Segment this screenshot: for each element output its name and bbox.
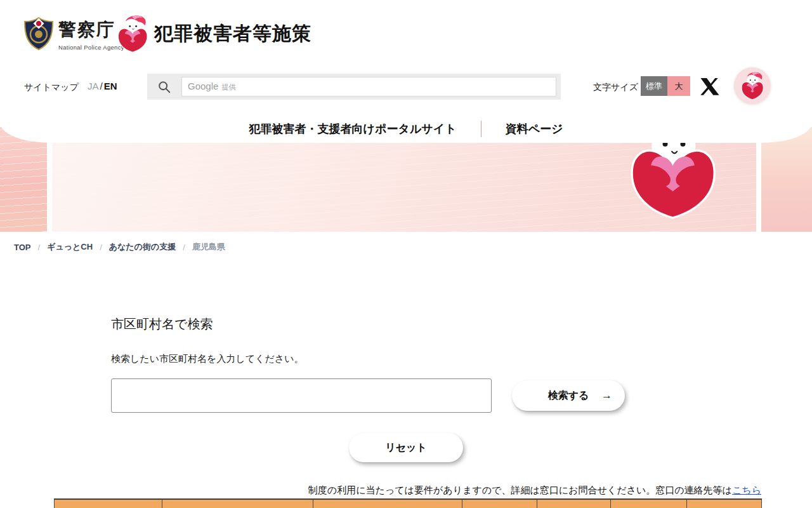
table-header-cell <box>462 500 537 508</box>
nav-docs-link[interactable]: 資料ページ <box>506 121 563 137</box>
search-button-label: 検索する <box>548 389 589 403</box>
nav-portal-link[interactable]: 犯罪被害者・支援者向けポータルサイト <box>249 121 457 137</box>
arrow-right-icon: → <box>601 389 612 402</box>
contact-note: 制度の利用に当たっては要件がありますので、詳細は窓口にお問合せください。窓口の連… <box>0 485 761 497</box>
search-icon[interactable] <box>147 80 181 94</box>
municipality-search-input[interactable] <box>111 378 492 413</box>
contact-note-text: 制度の利用に当たっては要件がありますので、詳細は窓口にお問合せください。窓口の連… <box>308 485 732 495</box>
breadcrumb-separator: / <box>100 243 102 252</box>
table-header-cell <box>537 500 611 508</box>
main-nav: 犯罪被害者・支援者向けポータルサイト 資料ページ <box>0 114 812 143</box>
npa-emblem-icon <box>24 17 53 50</box>
page: 鹿児島県 警察庁 National Police Agency 犯罪被害者等施策… <box>0 0 812 508</box>
site-title[interactable]: 犯罪被害者等施策 <box>154 21 311 47</box>
search-field: Google提供 <box>181 77 556 97</box>
table-header-cell <box>162 500 313 508</box>
sitemap-link[interactable]: サイトマップ <box>24 82 79 93</box>
search-section-heading: 市区町村名で検索 <box>111 316 213 333</box>
reset-button-label: リセット <box>385 441 427 455</box>
mascot-logo-icon <box>114 14 151 53</box>
site-search-bar: Google提供 <box>147 74 561 100</box>
mascot-avatar-icon <box>738 71 766 100</box>
contact-note-link[interactable]: こちら <box>732 485 761 495</box>
breadcrumb-top[interactable]: TOP <box>14 243 31 252</box>
site-header: 警察庁 National Police Agency 犯罪被害者等施策 サイトマ… <box>0 0 812 143</box>
breadcrumb-gyutto-ch[interactable]: ギュっとCH <box>47 241 93 253</box>
breadcrumb-city-support[interactable]: あなたの街の支援 <box>109 241 176 253</box>
reset-button[interactable]: リセット <box>349 433 463 462</box>
mascot-avatar-button[interactable] <box>734 67 771 104</box>
font-size-label: 文字サイズ <box>593 82 638 93</box>
breadcrumb-separator: / <box>38 243 41 252</box>
lang-ja-link[interactable]: JA <box>88 81 99 91</box>
lang-en-link[interactable]: EN <box>104 81 117 91</box>
x-twitter-icon[interactable] <box>700 77 719 96</box>
font-size-large-button[interactable]: 大 <box>667 76 690 96</box>
table-header-cell <box>55 500 162 508</box>
table-header-cell <box>611 500 687 508</box>
site-search-input[interactable] <box>182 77 556 96</box>
search-button[interactable]: 検索する → <box>512 380 625 411</box>
breadcrumb-current-page: 鹿児島県 <box>192 241 225 253</box>
table-header-cell <box>687 500 762 508</box>
logo-row: 警察庁 National Police Agency 犯罪被害者等施策 <box>0 0 812 66</box>
utility-row: サイトマップ JA/EN Google提供 文字サイズ 標準 大 <box>0 70 812 102</box>
table-header-row <box>54 498 762 508</box>
breadcrumb: TOP / ギュっとCH / あなたの街の支援 / 鹿児島県 <box>14 241 225 253</box>
language-switch: JA/EN <box>88 81 117 91</box>
nav-divider <box>481 121 481 137</box>
lang-separator: / <box>99 81 104 91</box>
table-header-cell <box>313 500 462 508</box>
search-section-description: 検索したい市区町村名を入力してください。 <box>111 353 304 365</box>
breadcrumb-separator: / <box>183 243 185 252</box>
font-size-standard-button[interactable]: 標準 <box>641 76 667 96</box>
